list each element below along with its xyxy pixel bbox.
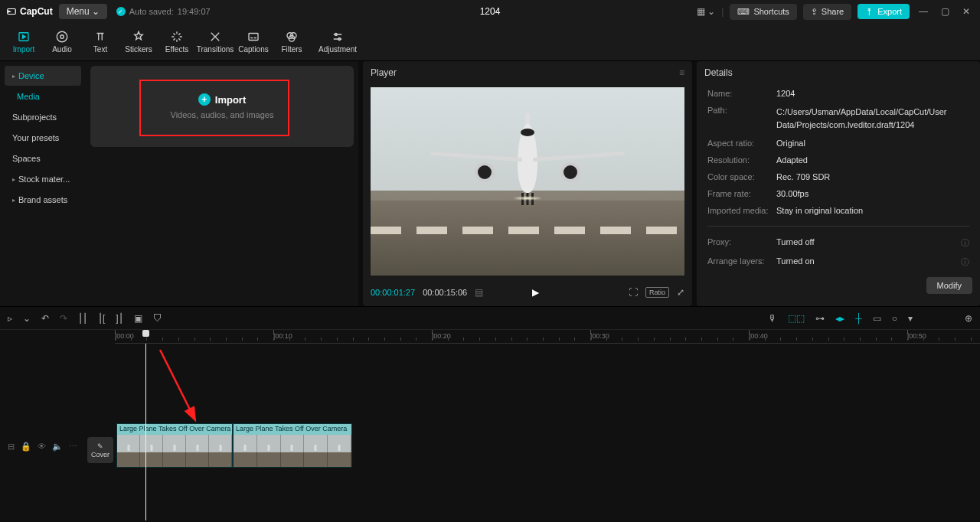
app-name: CapCut: [20, 6, 53, 17]
align-icon[interactable]: ┼: [855, 313, 862, 324]
detail-key: Color space:: [707, 172, 776, 181]
preview-icon[interactable]: ▭: [873, 313, 881, 324]
sidebar-item-media[interactable]: Media: [5, 86, 81, 106]
tab-filters-label: Filters: [281, 45, 302, 54]
zoom-fit-icon[interactable]: ⊕: [965, 313, 972, 324]
undo-icon[interactable]: ↶: [41, 313, 49, 324]
tab-import-label: Import: [13, 45, 34, 54]
info-icon[interactable]: ⓘ: [961, 237, 969, 249]
timeline-ruler[interactable]: |00:00 |00:10 |00:20 |00:30 |00:40 |00:5…: [115, 330, 980, 344]
collapse-icon[interactable]: ⊟: [8, 442, 15, 452]
import-panel: + Import Videos, audios, and images: [86, 61, 358, 306]
sidebar-item-stock[interactable]: ▸Stock mater...: [5, 169, 81, 189]
layout-icon[interactable]: ▦ ⌄: [697, 6, 715, 17]
maximize-button[interactable]: ▢: [937, 6, 952, 17]
mic-icon[interactable]: 🎙: [768, 313, 777, 324]
share-button[interactable]: ⇪ Share: [803, 4, 851, 20]
sidebar-item-device[interactable]: ▸Device: [5, 66, 81, 86]
timeline-clip[interactable]: Large Plane Takes Off Over Camera: [116, 423, 233, 468]
scan-icon[interactable]: ⛶: [629, 287, 638, 298]
player-menu-icon[interactable]: ≡: [679, 67, 684, 78]
shortcuts-button[interactable]: ⌨ Shortcuts: [730, 4, 796, 20]
sidebar-label: Brand assets: [18, 195, 67, 204]
redo-icon[interactable]: ↷: [60, 313, 67, 324]
quality-icon[interactable]: ▤: [475, 287, 483, 298]
svg-point-2: [57, 31, 67, 42]
tab-text[interactable]: Text: [81, 23, 119, 61]
sidebar-item-subprojects[interactable]: Subprojects: [5, 107, 81, 127]
crop-icon[interactable]: ▣: [134, 313, 142, 324]
preview-content: [518, 124, 537, 193]
close-button[interactable]: ✕: [959, 6, 974, 17]
circle-icon[interactable]: ○: [892, 313, 897, 324]
svg-line-10: [160, 350, 194, 419]
arrow-down-icon[interactable]: ▾: [908, 313, 913, 324]
chevron-down-icon[interactable]: ⌄: [23, 313, 31, 324]
preview-viewport[interactable]: [371, 87, 684, 276]
trim-left-icon[interactable]: ⎮[: [98, 313, 105, 324]
tab-audio[interactable]: Audio: [43, 23, 81, 61]
play-button[interactable]: ▶: [532, 287, 539, 298]
track-controls: ⊟ 🔒 👁 🔈 ⋯: [8, 442, 77, 452]
tab-filters[interactable]: Filters: [273, 23, 311, 61]
eye-icon[interactable]: 👁: [38, 442, 46, 452]
ratio-button[interactable]: Ratio: [645, 287, 669, 298]
cover-button[interactable]: ✎ Cover: [87, 437, 113, 463]
lock-icon[interactable]: 🔒: [21, 442, 31, 452]
minimize-button[interactable]: —: [916, 6, 931, 17]
clip-label: Large Plane Takes Off Over Camera: [234, 424, 351, 435]
timeline-tracks[interactable]: ⊟ 🔒 👁 🔈 ⋯ ✎ Cover Large Plane Takes Off …: [0, 344, 980, 520]
player-title: Player: [371, 67, 397, 78]
player-panel: Player ≡ 00:00:01:27 00:00:15:06 ▤ ▶: [363, 61, 692, 306]
detail-key: Aspect ratio:: [707, 139, 776, 148]
clip-row: Large Plane Takes Off Over Camera Large …: [116, 423, 352, 468]
tab-import[interactable]: Import: [5, 23, 43, 61]
sidebar-label: Stock mater...: [18, 175, 70, 184]
sidebar-label: Media: [17, 92, 40, 101]
detail-val: C:/Users/Usman/AppData/Local/CapCut/User…: [776, 106, 969, 131]
pointer-tool-icon[interactable]: ▹: [8, 313, 12, 324]
timeline-clip[interactable]: Large Plane Takes Off Over Camera: [233, 423, 352, 468]
sidebar-label: Spaces: [12, 154, 41, 163]
sidebar-item-spaces[interactable]: Spaces: [5, 148, 81, 168]
tab-captions[interactable]: Captions: [234, 23, 273, 61]
detail-key: Frame rate:: [707, 189, 776, 198]
chevron-down-icon: ⌄: [92, 6, 100, 17]
sidebar-label: Device: [18, 71, 44, 80]
timecode-total: 00:00:15:06: [423, 288, 467, 297]
menu-button[interactable]: Menu ⌄: [59, 4, 107, 19]
playhead-handle[interactable]: [142, 330, 149, 337]
fullscreen-icon[interactable]: ⤢: [677, 287, 684, 298]
tab-text-label: Text: [93, 45, 107, 54]
sidebar-item-presets[interactable]: Your presets: [5, 128, 81, 148]
clip-label: Large Plane Takes Off Over Camera: [117, 424, 232, 435]
sidebar-item-brand[interactable]: ▸Brand assets: [5, 190, 81, 210]
share-label: Share: [822, 7, 844, 16]
tab-effects[interactable]: Effects: [158, 23, 196, 61]
tab-transitions[interactable]: Transitions: [196, 23, 234, 61]
modify-button[interactable]: Modify: [926, 277, 972, 294]
split-icon[interactable]: ⎮⎮: [78, 313, 87, 324]
speaker-icon[interactable]: 🔈: [52, 442, 63, 452]
caret-down-icon: ▸: [12, 73, 15, 80]
info-icon[interactable]: ⓘ: [961, 256, 969, 268]
playhead-line[interactable]: [145, 344, 146, 520]
export-button[interactable]: ⭱ Export: [858, 4, 910, 19]
import-dropzone[interactable]: + Import Videos, audios, and images: [90, 66, 354, 147]
link-icon[interactable]: ⊶: [815, 313, 825, 324]
detail-key: Imported media:: [707, 206, 776, 215]
details-title: Details: [704, 67, 733, 78]
tab-adjustment[interactable]: Adjustment: [311, 23, 364, 61]
dots-icon[interactable]: ⋯: [69, 442, 77, 452]
detail-key: Arrange layers:: [707, 256, 776, 268]
keyboard-icon: ⌨: [737, 7, 750, 17]
tab-stickers[interactable]: Stickers: [119, 23, 158, 61]
detail-val: Rec. 709 SDR: [776, 172, 969, 181]
titlebar: CapCut Menu ⌄ Auto saved: 19:49:07 1204 …: [0, 0, 980, 23]
detail-val: Original: [776, 139, 969, 148]
trim-right-icon[interactable]: ]⎮: [116, 313, 122, 324]
detail-val: 1204: [776, 89, 969, 98]
snap-icon[interactable]: ◂▸: [835, 313, 844, 324]
shield-icon[interactable]: ⛉: [153, 313, 162, 324]
magnet-icon[interactable]: ⬚⬚: [788, 313, 805, 324]
